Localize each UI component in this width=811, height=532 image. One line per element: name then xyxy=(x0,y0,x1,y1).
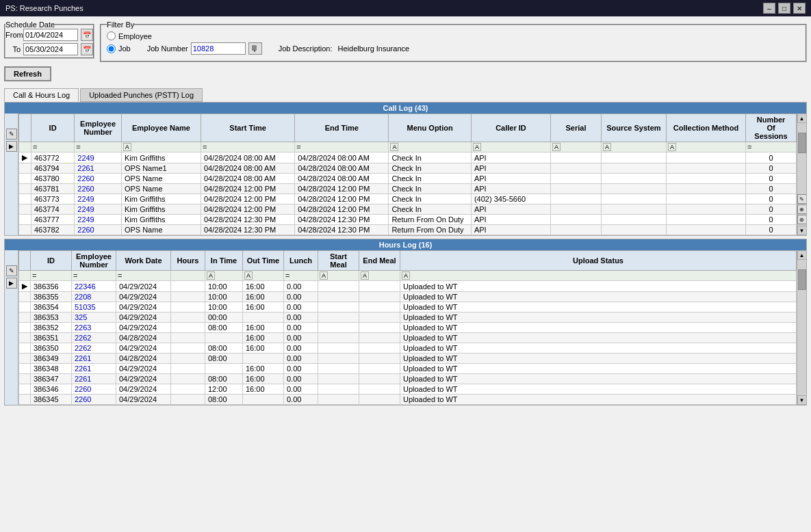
hours-log-filter-lunch: = xyxy=(284,271,318,281)
from-label: From xyxy=(5,31,21,39)
call-log-scrollbar[interactable]: ▲ ✎ ⊕ ⊛ ▼ xyxy=(797,114,806,235)
call-log-scroll-down[interactable]: ▼ xyxy=(797,226,807,235)
hours-log-table: ID EmployeeNumber Work Date Hours In Tim… xyxy=(18,250,797,405)
call-log-scroll-thumb[interactable] xyxy=(798,133,806,153)
hours-log-filter-row: = = = A A = A A A xyxy=(19,271,797,281)
call-row-method xyxy=(666,204,745,215)
call-row-caller: API xyxy=(471,184,550,194)
close-button[interactable]: ✕ xyxy=(793,3,806,14)
hours-row-outtime: 16:00 xyxy=(243,343,284,354)
hours-row-empnum[interactable]: 51035 xyxy=(72,302,116,312)
hours-row-id: 386347 xyxy=(31,374,72,384)
call-log-scroll-up[interactable]: ▲ xyxy=(797,114,807,123)
hours-row-startmeal xyxy=(318,364,359,374)
call-log-row: 463773 2249 Kim Griffiths 04/28/2024 12:… xyxy=(19,194,797,204)
hours-row-empnum[interactable]: 22346 xyxy=(72,281,116,292)
hours-row-workdate: 04/29/2024 xyxy=(116,312,171,323)
hours-row-empnum[interactable]: 2261 xyxy=(72,364,116,374)
call-row-sessions: 0 xyxy=(746,163,797,174)
hours-row-endmeal xyxy=(359,302,400,312)
call-log-icon-btn1[interactable]: ✎ xyxy=(797,194,807,204)
hours-row-startmeal xyxy=(318,333,359,343)
call-row-menu: Check In xyxy=(389,152,471,163)
hours-row-empnum[interactable]: 2261 xyxy=(72,374,116,384)
job-radio-row: Job Job Number Job Description: Heidelbu… xyxy=(107,42,800,55)
maximize-button[interactable]: □ xyxy=(778,3,790,14)
job-radio[interactable] xyxy=(107,44,116,53)
refresh-button[interactable]: Refresh xyxy=(4,66,51,81)
call-row-end: 04/28/2024 12:00 PM xyxy=(295,194,389,204)
hours-row-empnum[interactable]: 2261 xyxy=(72,354,116,364)
job-search-button[interactable] xyxy=(248,42,262,55)
hours-log-scroll-down[interactable]: ▼ xyxy=(797,395,807,405)
hours-row-id: 386350 xyxy=(31,343,72,354)
hours-row-workdate: 04/29/2024 xyxy=(116,281,171,292)
from-date-input[interactable] xyxy=(23,29,78,41)
hours-row-lunch: 0.00 xyxy=(284,312,318,323)
call-log-th-serial: Serial xyxy=(551,114,602,142)
call-row-end: 04/28/2024 08:00 AM xyxy=(295,152,389,163)
hours-row-hours xyxy=(171,374,205,384)
hours-row-empnum[interactable]: 2262 xyxy=(72,343,116,354)
call-row-empnum[interactable]: 2249 xyxy=(75,194,122,204)
hours-row-id: 386356 xyxy=(31,281,72,292)
hours-log-th-startmeal: Start Meal xyxy=(318,251,359,271)
call-row-caller: API xyxy=(471,152,550,163)
hours-row-lunch: 0.00 xyxy=(284,374,318,384)
tab-uploaded-punches[interactable]: Uploaded Punches (PSTT) Log xyxy=(80,88,203,102)
call-log-icon-btn2[interactable]: ⊕ xyxy=(797,204,807,214)
hours-row-intime: 08:00 xyxy=(205,395,243,405)
hours-row-lunch: 0.00 xyxy=(284,364,318,374)
call-row-arrow xyxy=(19,184,31,194)
hours-row-empnum[interactable]: 2260 xyxy=(72,395,116,405)
call-row-method xyxy=(666,163,745,174)
minimize-button[interactable]: – xyxy=(763,3,775,14)
hours-log-nav-arrow[interactable]: ▶ xyxy=(6,278,17,289)
call-row-empnum[interactable]: 2260 xyxy=(75,184,122,194)
hours-log-row: 386355 2208 04/29/2024 10:00 16:00 0.00 … xyxy=(19,292,797,302)
call-row-menu: Check In xyxy=(389,163,471,174)
to-calendar-button[interactable]: 📅 xyxy=(81,43,93,55)
hours-row-empnum[interactable]: 2208 xyxy=(72,292,116,302)
hours-row-startmeal xyxy=(318,343,359,354)
call-row-empnum[interactable]: 2261 xyxy=(75,163,122,174)
call-row-method xyxy=(666,152,745,163)
hours-row-empnum[interactable]: 2260 xyxy=(72,384,116,395)
call-row-empnum[interactable]: 2249 xyxy=(75,215,122,225)
svg-rect-0 xyxy=(252,45,257,51)
hours-row-lunch: 0.00 xyxy=(284,292,318,302)
call-row-empnum[interactable]: 2260 xyxy=(75,174,122,184)
job-number-input[interactable] xyxy=(191,42,246,55)
from-calendar-button[interactable]: 📅 xyxy=(81,29,93,41)
call-row-start: 04/28/2024 08:00 AM xyxy=(201,152,294,163)
hours-log-scroll-up[interactable]: ▲ xyxy=(797,250,807,260)
call-row-caller: API xyxy=(471,163,550,174)
hours-row-status: Uploaded to WT xyxy=(400,343,797,354)
hours-log-nav-edit[interactable]: ✎ xyxy=(6,265,17,276)
call-row-empname: Kim Griffiths xyxy=(121,204,201,215)
hours-row-outtime: 16:00 xyxy=(243,281,284,292)
call-row-empnum[interactable]: 2260 xyxy=(75,225,122,235)
hours-row-empnum[interactable]: 2263 xyxy=(72,323,116,333)
hours-row-empnum[interactable]: 2262 xyxy=(72,333,116,343)
hours-log-scroll-thumb[interactable] xyxy=(798,269,806,290)
call-row-empnum[interactable]: 2249 xyxy=(75,204,122,215)
call-row-source xyxy=(601,174,666,184)
call-row-empnum[interactable]: 2249 xyxy=(75,152,122,163)
employee-radio[interactable] xyxy=(107,31,116,40)
call-row-caller: API xyxy=(471,204,550,215)
hours-row-empnum[interactable]: 325 xyxy=(72,312,116,323)
call-row-id: 463773 xyxy=(31,194,74,204)
to-date-input[interactable] xyxy=(23,43,78,55)
hours-log-row: 386347 2261 04/29/2024 08:00 16:00 0.00 … xyxy=(19,374,797,384)
schedule-date-legend: Schedule Date xyxy=(5,21,55,29)
tab-call-hours-log[interactable]: Call & Hours Log xyxy=(4,88,79,102)
call-log-filter-caller: A xyxy=(471,142,550,152)
hours-row-hours xyxy=(171,354,205,364)
hours-log-row: 386350 2262 04/29/2024 08:00 16:00 0.00 … xyxy=(19,343,797,354)
call-log-nav-edit[interactable]: ✎ xyxy=(6,129,17,139)
hours-log-scrollbar[interactable]: ▲ ▼ xyxy=(797,250,806,405)
call-log-nav-arrow[interactable]: ▶ xyxy=(6,141,17,152)
call-log-icon-btn3[interactable]: ⊛ xyxy=(797,215,807,224)
call-row-start: 04/28/2024 08:00 AM xyxy=(201,174,294,184)
